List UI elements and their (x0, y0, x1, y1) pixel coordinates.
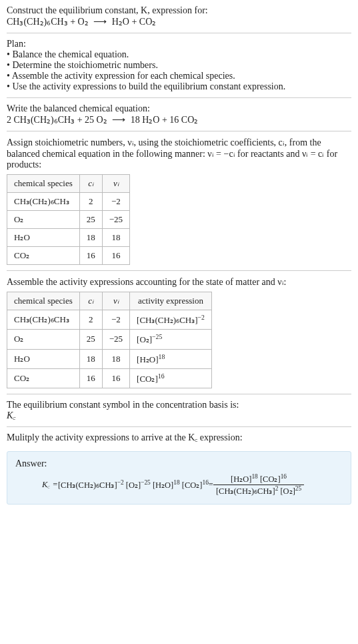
cell-species: CH₃(CH₂)₆CH₃ (7, 310, 80, 330)
unbalanced-equation: CH₃(CH₂)₆CH₃ + O₂ ⟶ H₂O + CO₂ (7, 16, 351, 27)
activity-table: chemical species cᵢ νᵢ activity expressi… (7, 292, 212, 388)
col-activity: activity expression (130, 292, 212, 310)
multiply-text: Mulitply the activity expressions to arr… (7, 432, 351, 443)
cell-ci: 2 (79, 310, 102, 330)
answer-box: Answer: K꜀ = [CH₃(CH₂)₆CH₃]−2 [O₂]−25 [H… (7, 451, 351, 504)
activity-exp: −2 (198, 314, 205, 321)
kc-expression: K꜀ = [CH₃(CH₂)₆CH₃]−2 [O₂]−25 [H₂O]18 [C… (15, 473, 343, 497)
cell-vi: −2 (102, 310, 129, 330)
multiply-block: Mulitply the activity expressions to arr… (0, 427, 358, 448)
cell-vi: −25 (102, 211, 129, 229)
fraction: [H₂O]18 [CO₂]16 [CH₃(CH₂)₆CH₃]2 [O₂]25 (213, 473, 304, 497)
balanced-block: Write the balanced chemical equation: 2 … (0, 98, 358, 131)
cell-vi: −2 (102, 193, 129, 211)
cell-species: O₂ (7, 211, 80, 229)
activity-base: [CO₂] (137, 374, 158, 384)
plan-block: Plan: • Balance the chemical equation. •… (0, 33, 358, 97)
cell-activity: [CO₂]16 (130, 368, 212, 388)
term: [O₂]−25 (126, 479, 151, 491)
equals: = (209, 480, 213, 490)
cell-species: H₂O (7, 349, 80, 368)
activity-base: [H₂O] (137, 354, 158, 364)
table-row: H₂O 18 18 [H₂O]18 (7, 349, 212, 368)
cell-species: H₂O (7, 229, 80, 247)
intro-block: Construct the equilibrium constant, K, e… (0, 0, 358, 33)
plan-bullet: • Balance the chemical equation. (7, 49, 351, 60)
assign-text: Assign stoichiometric numbers, νᵢ, using… (7, 137, 351, 170)
table-header-row: chemical species cᵢ νᵢ (7, 175, 130, 193)
answer-label: Answer: (15, 458, 343, 469)
col-vi: νᵢ (102, 175, 129, 193)
cell-activity: [O₂]−25 (130, 330, 212, 349)
plan-heading: Plan: (7, 39, 351, 49)
balanced-rhs: 18 H₂O + 16 CO₂ (131, 115, 199, 125)
table-row: CO₂ 16 16 (7, 247, 130, 265)
cell-species: O₂ (7, 330, 80, 349)
term: [CO₂]16 (182, 479, 209, 491)
kc-equals: K꜀ = (42, 480, 58, 490)
reaction-arrow-icon: ⟶ (109, 115, 128, 125)
table-row: CH₃(CH₂)₆CH₃ 2 −2 [CH₃(CH₂)₆CH₃]−2 (7, 310, 212, 330)
cell-vi: 16 (102, 368, 129, 388)
cell-vi: −25 (102, 330, 129, 349)
intro-line: Construct the equilibrium constant, K, e… (7, 5, 351, 16)
fraction-numerator: [H₂O]18 [CO₂]16 (213, 473, 304, 485)
col-species: chemical species (7, 292, 80, 310)
cell-species: CO₂ (7, 247, 80, 265)
activity-block: Assemble the activity expressions accoun… (0, 271, 358, 394)
cell-vi: 18 (102, 229, 129, 247)
cell-ci: 16 (79, 368, 102, 388)
fraction-denominator: [CH₃(CH₂)₆CH₃]2 [O₂]25 (213, 485, 304, 497)
col-species: chemical species (7, 175, 80, 193)
table-row: CH₃(CH₂)₆CH₃ 2 −2 (7, 193, 130, 211)
activity-base: [CH₃(CH₂)₆CH₃] (137, 315, 198, 325)
kc-symbol: K꜀ (7, 410, 351, 421)
reaction-rhs: H₂O + CO₂ (112, 17, 157, 27)
assign-block: Assign stoichiometric numbers, νᵢ, using… (0, 131, 358, 270)
symbol-text: The equilibrium constant symbol in the c… (7, 400, 351, 410)
cell-vi: 18 (102, 349, 129, 368)
table-row: O₂ 25 −25 [O₂]−25 (7, 330, 212, 349)
balanced-lhs: 2 CH₃(CH₂)₆CH₃ + 25 O₂ (7, 115, 107, 125)
balanced-heading: Write the balanced chemical equation: (7, 103, 351, 114)
activity-exp: 16 (158, 372, 165, 380)
cell-ci: 25 (79, 211, 102, 229)
col-ci: cᵢ (79, 175, 102, 193)
table-row: O₂ 25 −25 (7, 211, 130, 229)
cell-ci: 18 (79, 229, 102, 247)
plan-bullet: • Use the activity expressions to build … (7, 81, 351, 92)
col-vi: νᵢ (102, 292, 129, 310)
cell-species: CO₂ (7, 368, 80, 388)
col-ci: cᵢ (79, 292, 102, 310)
plan-bullet: • Determine the stoichiometric numbers. (7, 60, 351, 71)
cell-ci: 16 (79, 247, 102, 265)
activity-heading: Assemble the activity expressions accoun… (7, 276, 351, 288)
table-row: CO₂ 16 16 [CO₂]16 (7, 368, 212, 388)
activity-base: [O₂] (137, 335, 152, 345)
term: [H₂O]18 (153, 479, 180, 491)
activity-exp: 18 (159, 353, 165, 360)
cell-ci: 2 (79, 193, 102, 211)
symbol-block: The equilibrium constant symbol in the c… (0, 394, 358, 426)
reaction-lhs: CH₃(CH₂)₆CH₃ + O₂ (7, 17, 89, 27)
table-header-row: chemical species cᵢ νᵢ activity expressi… (7, 292, 212, 310)
cell-ci: 18 (79, 349, 102, 368)
stoich-table: chemical species cᵢ νᵢ CH₃(CH₂)₆CH₃ 2 −2… (7, 174, 130, 265)
cell-vi: 16 (102, 247, 129, 265)
term: [CH₃(CH₂)₆CH₃]−2 (58, 479, 124, 491)
table-row: H₂O 18 18 (7, 229, 130, 247)
cell-species: CH₃(CH₂)₆CH₃ (7, 193, 80, 211)
cell-ci: 25 (79, 330, 102, 349)
balanced-equation: 2 CH₃(CH₂)₆CH₃ + 25 O₂ ⟶ 18 H₂O + 16 CO₂ (7, 114, 351, 125)
plan-bullet: • Assemble the activity expression for e… (7, 71, 351, 81)
cell-activity: [H₂O]18 (130, 349, 212, 368)
cell-activity: [CH₃(CH₂)₆CH₃]−2 (130, 310, 212, 330)
activity-exp: −25 (152, 333, 162, 340)
reaction-arrow-icon: ⟶ (91, 17, 109, 27)
